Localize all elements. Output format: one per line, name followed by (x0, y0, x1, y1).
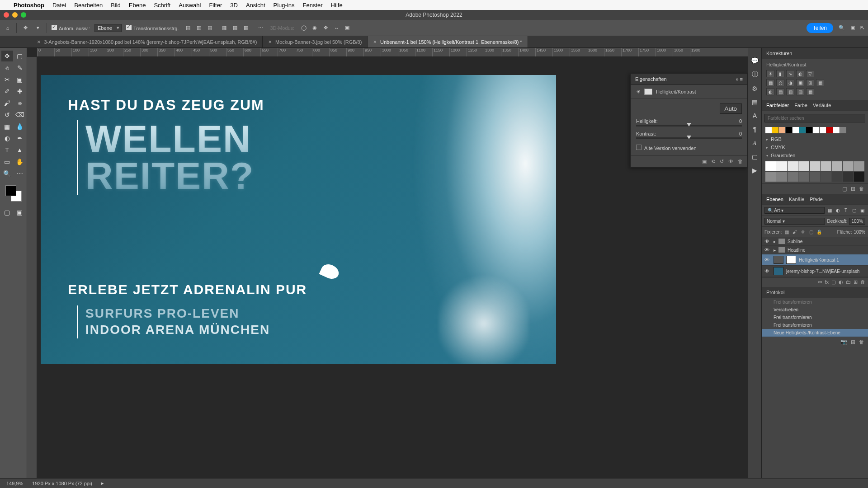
link-layers-icon[interactable]: ⚯ (818, 279, 822, 285)
adj-thumbnail[interactable] (774, 256, 783, 264)
history-item[interactable]: Frei transformieren (762, 298, 868, 306)
share-button[interactable]: Teilen (807, 23, 833, 33)
lock-pixels-icon[interactable]: 🖌 (792, 229, 798, 235)
lock-all-icon[interactable]: 🔒 (816, 229, 822, 235)
new-snapshot-icon[interactable]: ⊞ (851, 339, 855, 345)
adj-photo-icon[interactable]: ▣ (796, 79, 804, 86)
comments-icon[interactable]: 💬 (751, 57, 759, 64)
swatch[interactable] (840, 127, 846, 133)
paragraph-icon[interactable]: ¶ (753, 126, 757, 133)
new-layer-icon[interactable]: ⊞ (854, 279, 858, 285)
adj-hue-icon[interactable]: ▦ (766, 79, 774, 86)
adj-vibrance-icon[interactable]: ▽ (806, 70, 814, 77)
close-icon[interactable]: × (37, 38, 41, 45)
horizontal-ruler[interactable]: 0501001502002503003504004505005506006507… (37, 48, 748, 57)
new-swatch-icon[interactable]: ⊞ (851, 186, 855, 192)
styles-icon[interactable]: ▢ (752, 153, 758, 160)
move-tool[interactable]: ✥ (1, 51, 13, 61)
edit-toolbar[interactable]: ⋯ (14, 168, 26, 179)
filter-smart-icon[interactable]: ▣ (859, 207, 865, 214)
stamp-tool[interactable]: ⎈ (14, 98, 26, 108)
swatch[interactable] (772, 127, 778, 133)
contrast-value[interactable]: 0 (739, 131, 742, 136)
properties-panel[interactable]: Eigenschaften» ≡ ☀ Helligkeit/Kontrast A… (630, 73, 748, 168)
swatch[interactable] (833, 127, 840, 133)
brightness-value[interactable]: 0 (739, 118, 742, 124)
menu-edit[interactable]: Bearbeiten (74, 2, 103, 9)
app-menu[interactable]: Photoshop (14, 2, 44, 9)
layer-row[interactable]: 👁jeremy-bishop-7...NWjEAE-unsplash (762, 266, 868, 277)
mask-thumbnail[interactable] (786, 256, 796, 264)
adj-brightness-icon[interactable]: ☀ (766, 70, 774, 77)
swatch[interactable] (810, 161, 820, 171)
menu-select[interactable]: Auswahl (179, 2, 201, 9)
layer-thumbnail[interactable] (774, 267, 783, 275)
align-top-icon[interactable]: ▦ (219, 23, 229, 33)
menu-type[interactable]: Schrift (154, 2, 170, 9)
layer-mask-icon[interactable]: ▢ (831, 279, 836, 285)
libraries-icon[interactable]: ▤ (752, 99, 758, 106)
align-left-icon[interactable]: ▤ (183, 23, 193, 33)
auto-select-mode-dropdown[interactable]: Ebene (94, 24, 122, 32)
more-align-icon[interactable]: ⋯ (255, 23, 265, 33)
tab-channels[interactable]: Kanäle (789, 197, 804, 202)
lock-artboard-icon[interactable]: ▢ (808, 229, 814, 235)
adjustment-layer-icon[interactable]: ◐ (839, 279, 843, 285)
lock-transparency-icon[interactable]: ▦ (783, 229, 790, 235)
swatch[interactable] (821, 172, 831, 182)
swatch[interactable] (813, 127, 819, 133)
document-canvas[interactable]: HAST DU DAS ZEUG ZUM WELLENREITER? ERLEB… (41, 75, 556, 364)
type-tool[interactable]: T (1, 145, 13, 155)
document-tab[interactable]: ×3-Angebots-Banner-868x488.psd bei 148… (32, 36, 263, 47)
frame-tool[interactable]: ▣ (14, 74, 26, 85)
layer-row[interactable]: 👁Helligkeit/Kontrast 1 (762, 254, 868, 266)
visibility-icon[interactable]: 👁 (764, 257, 771, 263)
macos-menubar[interactable]: Photoshop Datei Bearbeiten Bild Ebene Sc… (0, 0, 868, 10)
swatch[interactable] (779, 127, 785, 133)
eraser-tool[interactable]: ⌫ (14, 109, 26, 120)
document-tab[interactable]: ×Unbenannt-1 bei 150% (Helligkeit/Kontra… (368, 36, 528, 47)
layer-row[interactable]: 👁▸Subline (762, 237, 868, 246)
visibility-icon[interactable]: 👁 (764, 268, 771, 274)
adjustments-icon[interactable]: ⚙ (752, 85, 758, 92)
tab-gradients[interactable]: Verläufe (813, 103, 831, 108)
quickmask-tool[interactable]: ▢ (1, 207, 13, 218)
window-zoom-button[interactable] (21, 12, 26, 18)
window-close-button[interactable] (4, 12, 9, 18)
dodge-tool[interactable]: ◐ (1, 133, 13, 144)
transform-controls-checkbox[interactable]: Transformationsstrg. (126, 25, 179, 31)
swatch[interactable] (820, 127, 826, 133)
adj-bw-icon[interactable]: ◑ (786, 79, 794, 86)
swatch[interactable] (788, 172, 798, 182)
healing-tool[interactable]: ✚ (14, 86, 26, 97)
workspace-icon[interactable]: ▣ (850, 25, 855, 31)
swatch[interactable] (793, 127, 799, 133)
visibility-icon[interactable]: 👁 (764, 239, 771, 244)
swatch[interactable] (799, 127, 806, 133)
swatch[interactable] (832, 161, 842, 171)
tool-preset-dropdown[interactable]: ▾ (34, 24, 42, 32)
search-icon[interactable]: 🔍 (839, 25, 845, 31)
filter-type-icon[interactable]: T (843, 207, 849, 214)
swatch[interactable] (798, 161, 809, 171)
menu-help[interactable]: Hilfe (331, 2, 343, 9)
menu-file[interactable]: Datei (52, 2, 66, 9)
adj-exposure-icon[interactable]: ◐ (796, 70, 804, 77)
swatch-folder-rgb[interactable]: RGB (762, 135, 868, 143)
swatch[interactable] (788, 161, 798, 171)
menu-view[interactable]: Ansicht (246, 2, 265, 9)
menu-layer[interactable]: Ebene (129, 2, 146, 9)
gradient-tool[interactable]: ▦ (1, 121, 13, 132)
delete-state-icon[interactable]: 🗑 (859, 339, 864, 345)
doc-info-menu-icon[interactable]: ▸ (101, 480, 104, 486)
color-swatch[interactable] (5, 185, 22, 202)
canvas-area[interactable]: 0501001502002503003504004505005506006507… (27, 48, 748, 478)
auto-button[interactable]: Auto (720, 103, 742, 114)
brightness-slider[interactable] (636, 125, 742, 127)
history-brush-tool[interactable]: ↺ (1, 109, 13, 120)
adj-curves-icon[interactable]: ∿ (786, 70, 794, 77)
align-center-v-icon[interactable]: ▦ (230, 23, 240, 33)
lock-position-icon[interactable]: ✥ (800, 229, 806, 235)
tab-swatches[interactable]: Farbfelder (766, 103, 789, 108)
path-select-tool[interactable]: ▲ (14, 145, 26, 155)
